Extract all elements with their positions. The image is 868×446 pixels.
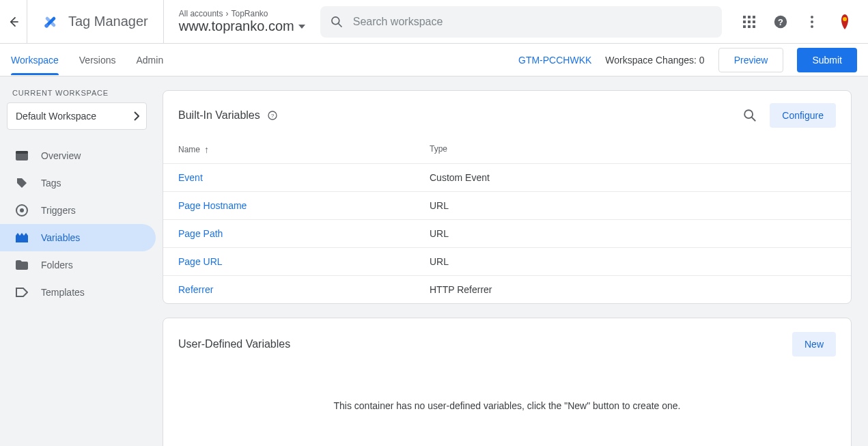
svg-rect-11 — [743, 25, 746, 28]
nav-overview[interactable]: Overview — [0, 142, 156, 169]
variable-type: URL — [430, 200, 836, 211]
table-row[interactable]: Page HostnameURL — [163, 192, 851, 220]
search-input[interactable] — [353, 16, 712, 28]
tag-manager-logo-icon — [41, 12, 60, 31]
svg-rect-9 — [748, 20, 751, 23]
workspace-selector[interactable]: Default Workspace — [7, 102, 147, 130]
apps-icon[interactable] — [741, 14, 757, 30]
submit-button[interactable]: Submit — [797, 48, 857, 72]
arrow-left-icon — [7, 15, 20, 29]
builtin-variables-card: Built-In Variables ? Configure Name ↑ Ty… — [163, 90, 852, 304]
userdef-title: User-Defined Variables — [178, 338, 290, 350]
table-row[interactable]: Page PathURL — [163, 220, 851, 248]
variable-type: HTTP Referrer — [430, 284, 836, 295]
svg-rect-8 — [743, 20, 746, 23]
search-builtin-button[interactable] — [742, 108, 757, 123]
chevron-right-icon: › — [225, 9, 228, 18]
svg-point-26 — [745, 110, 753, 118]
chevron-right-icon — [134, 111, 139, 121]
variable-type: Custom Event — [430, 172, 836, 183]
table-row[interactable]: ReferrerHTTP Referrer — [163, 276, 851, 303]
variable-name-link[interactable]: Event — [178, 172, 203, 183]
back-button[interactable] — [0, 0, 27, 44]
sub-header-right: GTM-PCCHWKK Workspace Changes: 0 Preview… — [518, 48, 857, 72]
table-row[interactable]: EventCustom Event — [163, 164, 851, 192]
template-icon — [15, 288, 29, 297]
svg-point-23 — [20, 208, 24, 212]
svg-line-4 — [338, 23, 341, 27]
svg-rect-6 — [748, 16, 751, 18]
account-avatar[interactable] — [835, 12, 854, 31]
overview-icon — [15, 151, 29, 161]
col-type-header[interactable]: Type — [430, 144, 836, 155]
svg-point-17 — [811, 20, 813, 23]
header-actions: ? — [741, 12, 854, 31]
sub-header: Workspace Versions Admin GTM-PCCHWKK Wor… — [0, 44, 868, 76]
breadcrumb-root[interactable]: All accounts — [179, 9, 223, 18]
search-icon — [330, 15, 344, 29]
help-icon[interactable]: ? — [772, 14, 789, 30]
breadcrumb-account[interactable]: TopRanko — [231, 9, 268, 18]
main-tabs: Workspace Versions Admin — [11, 45, 163, 75]
svg-rect-13 — [753, 25, 755, 28]
variable-name-link[interactable]: Page Path — [178, 228, 223, 239]
svg-rect-7 — [753, 16, 755, 18]
nav-templates[interactable]: Templates — [0, 279, 156, 306]
variable-name-link[interactable]: Page Hostname — [178, 200, 247, 211]
builtin-title: Built-In Variables — [178, 109, 260, 122]
main-content: Built-In Variables ? Configure Name ↑ Ty… — [163, 76, 868, 446]
svg-rect-12 — [748, 25, 751, 28]
svg-rect-21 — [16, 151, 28, 154]
table-row[interactable]: Page URLURL — [163, 248, 851, 276]
nav-list: Overview Tags Triggers Variables Folders… — [0, 142, 156, 306]
svg-rect-5 — [743, 16, 746, 18]
nav-triggers[interactable]: Triggers — [0, 197, 156, 224]
container-domain: www.topranko.com — [179, 18, 294, 34]
workspace-name: Default Workspace — [16, 111, 96, 122]
app-header: Tag Manager All accounts › TopRanko www.… — [0, 0, 868, 44]
new-variable-button[interactable]: New — [792, 332, 836, 357]
container-selector[interactable]: www.topranko.com — [179, 18, 305, 34]
svg-rect-10 — [753, 20, 755, 23]
breadcrumb: All accounts › TopRanko www.topranko.com — [169, 9, 315, 34]
builtin-table-header: Name ↑ Type — [163, 132, 851, 164]
variable-name-link[interactable]: Referrer — [178, 284, 213, 295]
logo-block: Tag Manager — [33, 0, 164, 44]
nav-tags[interactable]: Tags — [0, 169, 156, 197]
current-workspace-label: CURRENT WORKSPACE — [0, 89, 156, 102]
preview-button[interactable]: Preview — [718, 48, 784, 72]
more-icon[interactable] — [804, 14, 820, 30]
variable-name-link[interactable]: Page URL — [178, 256, 223, 267]
variable-icon — [15, 233, 29, 242]
tab-workspace[interactable]: Workspace — [11, 45, 59, 75]
help-icon[interactable]: ? — [267, 110, 278, 121]
workspace-changes: Workspace Changes: 0 — [605, 55, 704, 66]
user-defined-card: User-Defined Variables New This containe… — [163, 318, 852, 446]
svg-point-18 — [811, 25, 813, 28]
svg-line-27 — [752, 117, 756, 122]
variable-type: URL — [430, 256, 836, 267]
folder-icon — [15, 260, 29, 270]
variable-type: URL — [430, 228, 836, 239]
userdef-empty-message: This container has no user-defined varia… — [163, 359, 851, 446]
tab-versions[interactable]: Versions — [79, 45, 116, 75]
nav-folders[interactable]: Folders — [0, 251, 156, 279]
svg-text:?: ? — [271, 113, 275, 119]
sort-ascending-icon: ↑ — [204, 144, 209, 155]
configure-button[interactable]: Configure — [770, 103, 836, 128]
col-name-header[interactable]: Name ↑ — [178, 144, 430, 155]
container-id-link[interactable]: GTM-PCCHWKK — [518, 55, 591, 66]
svg-text:?: ? — [778, 16, 783, 27]
svg-point-3 — [332, 16, 339, 24]
nav-variables[interactable]: Variables — [0, 224, 156, 251]
search-box[interactable] — [320, 6, 722, 38]
trigger-icon — [15, 204, 29, 217]
sidebar: CURRENT WORKSPACE Default Workspace Over… — [0, 76, 163, 446]
caret-down-icon — [298, 25, 305, 29]
tag-icon — [15, 177, 29, 189]
tab-admin[interactable]: Admin — [136, 45, 163, 75]
app-title: Tag Manager — [68, 14, 148, 29]
builtin-rows: EventCustom EventPage HostnameURLPage Pa… — [163, 164, 851, 303]
svg-point-16 — [811, 16, 813, 18]
svg-point-19 — [843, 17, 847, 21]
